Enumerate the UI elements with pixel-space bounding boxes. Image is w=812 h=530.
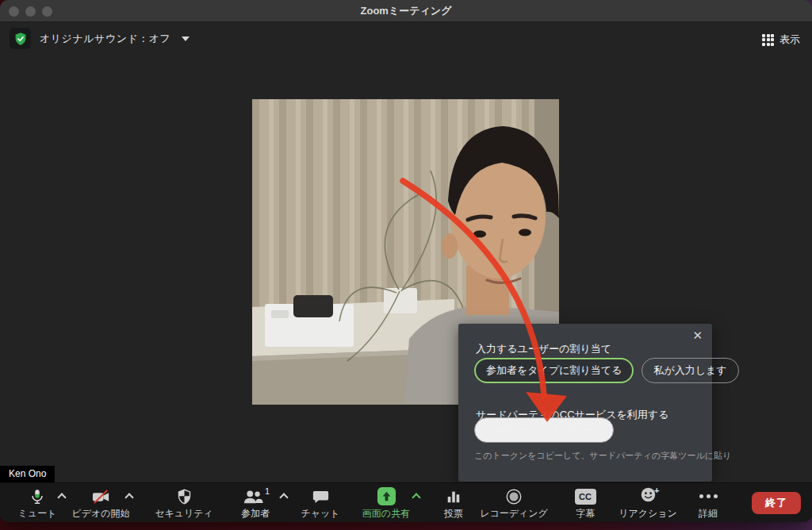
caption-settings-popup: ✕ 入力するユーザーの割り当て 参加者をタイプに割り当てる 私が入力します サー…: [458, 324, 712, 482]
microphone-icon: [29, 488, 46, 505]
participants-chevron-icon[interactable]: [279, 493, 288, 501]
audio-shield-badge: [10, 28, 31, 49]
meeting-main-area: オリジナルサウンド：オフ 表示: [0, 22, 812, 482]
leave-meeting-button[interactable]: 終了: [752, 492, 801, 514]
polls-button[interactable]: 投票: [430, 486, 477, 520]
closed-caption-button[interactable]: CC 字幕: [558, 486, 612, 520]
original-sound-control[interactable]: オリジナルサウンド：オフ: [10, 28, 190, 49]
participant-name-label: Ken Ono: [0, 466, 55, 482]
share-options-chevron-icon[interactable]: [412, 493, 420, 501]
minimize-window-button[interactable]: [25, 6, 36, 17]
assign-buttons-row: 参加者をタイプに割り当てる 私が入力します: [474, 358, 739, 383]
grid-view-icon: [762, 34, 774, 46]
video-camera-off-icon: [91, 488, 111, 505]
view-button[interactable]: 表示: [762, 33, 800, 47]
i-will-type-button[interactable]: 私が入力します: [642, 358, 738, 383]
close-window-button[interactable]: [9, 6, 19, 17]
meeting-toolbar: ミュート ビデオの開始: [0, 482, 812, 522]
copy-api-token-button[interactable]: APIトークンをコピー: [474, 417, 614, 443]
participants-button[interactable]: 1 参加者: [224, 486, 287, 520]
plus-icon: +: [654, 486, 659, 495]
view-label: 表示: [779, 33, 800, 47]
reactions-button[interactable]: + リアクション: [611, 486, 684, 520]
start-video-button[interactable]: ビデオの開始: [63, 486, 139, 520]
more-dots-icon: [699, 494, 718, 498]
desktop-background: Zoomミーティング オリジナルサウンド：オフ 表示: [0, 0, 812, 530]
chevron-down-icon: [182, 36, 190, 41]
recording-button[interactable]: レコーディング: [476, 486, 552, 520]
api-token-caption: このトークンをコピーして、サードパーティの字幕ツールに貼り: [474, 450, 731, 462]
traffic-lights: [9, 6, 52, 17]
zoom-meeting-window: Zoomミーティング オリジナルサウンド：オフ 表示: [0, 0, 812, 522]
share-screen-button[interactable]: 画面の共有: [350, 486, 423, 520]
original-sound-label: オリジナルサウンド：オフ: [40, 32, 170, 46]
video-options-chevron-icon[interactable]: [124, 493, 133, 501]
window-title: Zoomミーティング: [361, 4, 452, 18]
shield-check-icon: [13, 32, 28, 46]
record-icon: [505, 488, 523, 505]
assign-section-title: 入力するユーザーの割り当て: [476, 342, 611, 356]
security-button[interactable]: セキュリティ: [152, 486, 216, 520]
more-button[interactable]: 詳細: [687, 486, 730, 520]
chat-bubble-icon: [312, 489, 329, 505]
assign-typer-button[interactable]: 参加者をタイプに割り当てる: [474, 358, 634, 383]
security-shield-icon: [176, 488, 193, 505]
participants-icon: [243, 489, 263, 505]
share-screen-icon: [377, 486, 396, 506]
close-icon[interactable]: ✕: [692, 328, 703, 343]
chat-button[interactable]: チャット: [290, 486, 350, 520]
cc-icon: CC: [575, 489, 596, 505]
participants-count-badge: 1: [265, 486, 270, 496]
poll-bars-icon: [446, 489, 462, 505]
mute-button[interactable]: ミュート: [8, 486, 67, 520]
window-titlebar[interactable]: Zoomミーティング: [0, 0, 812, 22]
zoom-window-button[interactable]: [42, 6, 52, 17]
